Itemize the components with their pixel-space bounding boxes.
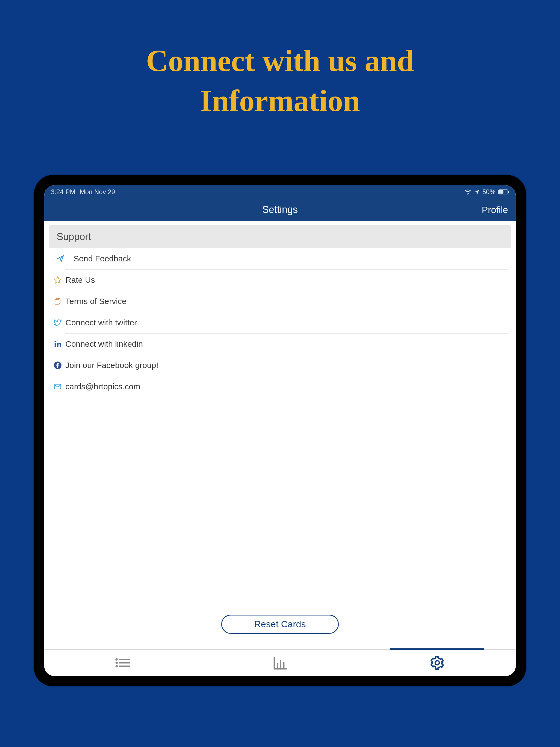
status-date: Mon Nov 29 — [80, 188, 115, 196]
profile-button[interactable]: Profile — [482, 204, 508, 215]
wifi-icon — [464, 189, 472, 195]
svg-point-0 — [467, 194, 468, 195]
tab-settings[interactable] — [358, 650, 516, 676]
location-icon — [474, 189, 480, 195]
tab-list[interactable] — [44, 650, 202, 676]
document-icon — [53, 297, 62, 305]
linkedin-icon — [53, 340, 62, 348]
svg-point-12 — [116, 662, 117, 663]
svg-point-10 — [116, 659, 117, 660]
bar-chart-icon — [272, 656, 288, 670]
support-section: Support Send Feedback Rate Us — [49, 225, 511, 598]
reset-button-label: Reset Cards — [254, 619, 306, 629]
star-icon — [53, 276, 62, 284]
nav-bar: Settings Profile — [44, 199, 516, 221]
tab-stats[interactable] — [202, 650, 359, 676]
svg-rect-3 — [508, 191, 509, 193]
row-email[interactable]: cards@hrtopics.com — [65, 376, 508, 397]
hero-title: Connect with us and Information — [0, 0, 560, 121]
facebook-icon — [53, 361, 62, 369]
tab-bar — [44, 649, 516, 676]
twitter-icon — [53, 318, 62, 327]
row-connect-twitter[interactable]: Connect with twitter — [65, 312, 508, 333]
row-label: Connect with twitter — [65, 318, 137, 327]
svg-point-21 — [435, 661, 439, 665]
hero-line1: Connect with us and — [0, 41, 560, 81]
row-send-feedback[interactable]: Send Feedback — [50, 248, 508, 269]
row-label: Join our Facebook group! — [65, 361, 158, 370]
section-header: Support — [49, 226, 511, 248]
battery-icon — [498, 189, 509, 195]
battery-percent: 50% — [482, 188, 495, 196]
svg-rect-2 — [499, 190, 503, 194]
hero-line2: Information — [0, 81, 560, 121]
mail-icon — [53, 383, 62, 391]
svg-rect-6 — [55, 343, 56, 347]
row-connect-linkedin[interactable]: Connect with linkedin — [65, 333, 508, 355]
paper-plane-icon — [55, 255, 65, 263]
status-bar: 3:24 PM Mon Nov 29 50% — [44, 185, 516, 199]
list-icon — [114, 656, 131, 669]
row-terms-of-service[interactable]: Terms of Service — [65, 291, 508, 312]
svg-point-14 — [116, 666, 117, 667]
svg-point-7 — [55, 341, 56, 343]
reset-cards-button[interactable]: Reset Cards — [221, 615, 339, 634]
row-label: Connect with linkedin — [65, 339, 143, 349]
row-rate-us[interactable]: Rate Us — [65, 269, 508, 291]
row-label: cards@hrtopics.com — [65, 382, 140, 391]
row-facebook-group[interactable]: Join our Facebook group! — [65, 355, 508, 376]
content: Support Send Feedback Rate Us — [44, 221, 516, 649]
support-list: Send Feedback Rate Us Terms of Service — [49, 248, 511, 598]
row-label: Send Feedback — [74, 254, 131, 263]
tablet-frame: 3:24 PM Mon Nov 29 50% — [34, 175, 526, 686]
svg-rect-5 — [55, 300, 59, 305]
row-label: Rate Us — [65, 275, 95, 285]
nav-title: Settings — [262, 204, 298, 215]
gear-icon — [430, 655, 445, 670]
screen: 3:24 PM Mon Nov 29 50% — [44, 185, 516, 676]
row-label: Terms of Service — [65, 297, 126, 306]
status-time: 3:24 PM — [51, 188, 75, 196]
